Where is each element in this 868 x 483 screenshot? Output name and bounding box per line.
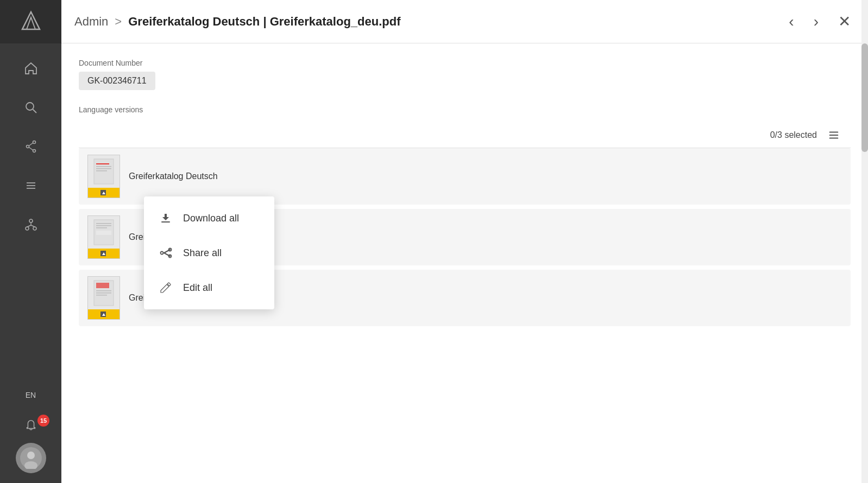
svg-rect-41: [161, 221, 170, 223]
svg-rect-22: [829, 138, 839, 139]
dropdown-menu: Download all Share all Edit all: [144, 196, 274, 309]
sidebar-item-share[interactable]: [0, 127, 61, 166]
sidebar-item-hierarchy[interactable]: [0, 205, 61, 244]
content-area: Document Number GK-002346711 Language ve…: [61, 43, 868, 483]
doc-preview-icon: [93, 158, 115, 185]
svg-rect-32: [96, 227, 107, 228]
sidebar-language[interactable]: EN: [0, 382, 61, 408]
doc-thumbnail-2: [87, 215, 120, 259]
svg-line-6: [29, 143, 33, 146]
hierarchy-icon: [23, 217, 39, 232]
dropdown-item-download-all-label: Download all: [183, 213, 239, 224]
svg-line-15: [27, 225, 31, 227]
sidebar-item-list[interactable]: [0, 166, 61, 205]
prev-button[interactable]: ‹: [784, 11, 798, 33]
svg-rect-24: [96, 163, 109, 164]
sidebar-bottom: EN 15: [0, 382, 61, 483]
breadcrumb-separator: >: [115, 15, 122, 29]
svg-point-18: [27, 452, 35, 459]
svg-rect-23: [94, 159, 114, 184]
sidebar: EN 15: [0, 0, 61, 483]
svg-point-12: [26, 227, 29, 230]
svg-rect-25: [96, 166, 111, 167]
svg-rect-33: [96, 231, 111, 235]
dropdown-item-download-all[interactable]: Download all: [144, 201, 274, 236]
breadcrumb: Admin > Greiferkatalog Deutsch | Greifer…: [74, 15, 401, 29]
svg-rect-39: [96, 295, 107, 296]
dropdown-item-edit-all[interactable]: Edit all: [144, 270, 274, 305]
avatar-icon: [20, 447, 42, 469]
breadcrumb-title: Greiferkatalog Deutsch | Greiferkatalog_…: [128, 15, 400, 29]
dropdown-item-share-all[interactable]: Share all: [144, 236, 274, 270]
bell-icon: [24, 418, 38, 433]
svg-point-3: [33, 141, 35, 144]
svg-rect-38: [96, 293, 111, 294]
svg-point-42: [161, 252, 163, 255]
pdf-icon: [100, 189, 108, 196]
lang-versions-label: Language versions: [79, 105, 851, 114]
doc-number-label: Document Number: [79, 59, 851, 67]
scrollbar-thumb[interactable]: [861, 43, 868, 152]
user-avatar[interactable]: [16, 443, 46, 473]
sidebar-bell[interactable]: 15: [0, 410, 61, 441]
svg-rect-27: [96, 170, 107, 171]
doc-thumb-top-3: [88, 277, 119, 309]
breadcrumb-admin: Admin: [74, 15, 108, 29]
list-icon: [23, 178, 39, 193]
doc-thumbnail-3: [87, 276, 120, 320]
doc-preview-icon-2: [93, 219, 115, 246]
download-icon: [159, 212, 172, 225]
pdf-icon-3: [100, 310, 108, 318]
doc-thumb-bottom-2: [88, 249, 119, 258]
scrollbar-track[interactable]: [861, 0, 868, 483]
hamburger-icon: [828, 129, 840, 141]
svg-point-1: [26, 103, 34, 110]
svg-rect-36: [96, 283, 109, 288]
svg-point-13: [33, 227, 36, 230]
dropdown-item-edit-all-label: Edit all: [183, 282, 212, 294]
svg-marker-0: [22, 12, 40, 29]
doc-thumb-bottom-3: [88, 309, 119, 319]
doc-thumb-top-2: [88, 216, 119, 249]
close-button[interactable]: ✕: [834, 10, 855, 33]
svg-rect-31: [96, 225, 111, 226]
svg-line-7: [29, 147, 33, 150]
svg-rect-30: [96, 223, 111, 224]
search-icon: [23, 100, 39, 115]
svg-line-16: [31, 225, 35, 227]
header-actions: ‹ › ✕: [784, 10, 855, 33]
doc-name-1: Greiferkatalog Deutsch: [129, 171, 218, 181]
svg-rect-37: [96, 290, 111, 291]
main-panel: Admin > Greiferkatalog Deutsch | Greifer…: [61, 0, 868, 483]
pdf-icon-2: [100, 250, 108, 257]
bell-badge: 15: [37, 415, 49, 427]
sidebar-item-home[interactable]: [0, 49, 61, 88]
svg-rect-26: [96, 168, 111, 169]
edit-icon: [159, 281, 172, 294]
doc-thumb-bottom-1: [88, 188, 119, 198]
share-nav-icon: [23, 139, 39, 154]
svg-rect-20: [829, 132, 839, 133]
context-menu-button[interactable]: [826, 127, 842, 143]
house-icon: [23, 61, 39, 76]
versions-header: 0/3 selected: [79, 123, 851, 148]
selected-count: 0/3 selected: [770, 130, 817, 140]
svg-point-5: [26, 145, 29, 148]
doc-thumb-top-1: [88, 155, 119, 188]
sidebar-nav: [0, 43, 61, 382]
header: Admin > Greiferkatalog Deutsch | Greifer…: [61, 0, 868, 43]
dropdown-item-share-all-label: Share all: [183, 247, 222, 259]
sidebar-logo[interactable]: [0, 0, 61, 43]
share-icon: [159, 246, 172, 259]
doc-number-value: GK-002346711: [79, 72, 155, 90]
next-button[interactable]: ›: [809, 11, 823, 33]
doc-thumbnail-1: [87, 155, 120, 198]
sidebar-item-search[interactable]: [0, 88, 61, 127]
doc-preview-icon-3: [93, 279, 115, 307]
logo-icon: [19, 10, 43, 34]
svg-line-2: [33, 110, 36, 113]
svg-rect-21: [829, 135, 839, 136]
svg-point-4: [33, 150, 35, 152]
svg-point-11: [29, 219, 33, 223]
